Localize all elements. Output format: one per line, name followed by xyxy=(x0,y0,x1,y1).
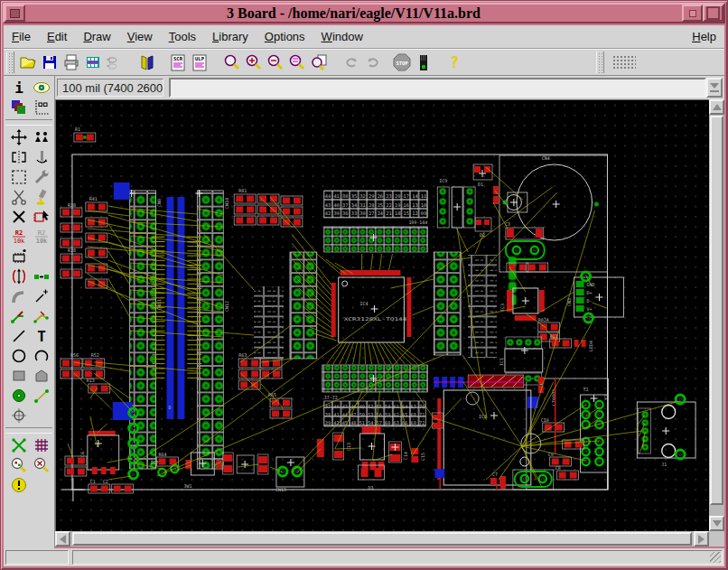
tool-add-button[interactable] xyxy=(30,207,52,227)
tool-arc-button[interactable] xyxy=(30,346,52,366)
tool-text-button[interactable]: T xyxy=(30,326,52,346)
stop-button[interactable]: STOP xyxy=(391,51,413,73)
toolbar-separator-grip[interactable] xyxy=(596,51,604,73)
zoom-select-button[interactable] xyxy=(286,51,308,73)
board-canvas[interactable]: R1 R38 R41 R28 R56 R52 R13 R63 R65 R81 xyxy=(56,100,710,532)
menu-file[interactable]: File xyxy=(4,27,39,46)
zoom-out-button[interactable] xyxy=(265,51,286,73)
zoom-in-button[interactable] xyxy=(243,51,265,73)
tool-mirror-button[interactable] xyxy=(7,147,30,167)
window-menu-button[interactable] xyxy=(5,5,25,22)
zoom-redraw-button[interactable] xyxy=(308,51,330,73)
run-script-button[interactable]: SCR xyxy=(167,51,189,73)
redo-button[interactable] xyxy=(362,51,384,73)
menu-window[interactable]: Window xyxy=(313,27,371,46)
tool-errlog-button[interactable] xyxy=(7,475,30,495)
tool-change-button[interactable] xyxy=(30,167,52,187)
traffic-light-icon xyxy=(415,53,433,71)
menu-help[interactable]: Help xyxy=(684,27,724,46)
switch-to-schematic-button[interactable] xyxy=(104,51,126,73)
save-button[interactable] xyxy=(39,51,61,73)
open-button[interactable] xyxy=(17,51,39,73)
menu-draw[interactable]: Draw xyxy=(75,27,118,46)
tool-errors-button[interactable] xyxy=(30,455,52,475)
tool-auto-button[interactable] xyxy=(30,435,52,455)
tool-paste-button[interactable] xyxy=(30,187,52,207)
library-button[interactable] xyxy=(136,51,158,73)
toolbar-grip[interactable] xyxy=(6,51,14,73)
scroll-up-button[interactable] xyxy=(709,99,724,115)
d-mark: D xyxy=(168,405,171,410)
help-button[interactable]: ? xyxy=(443,51,465,73)
horizontal-scrollbar[interactable] xyxy=(55,531,709,547)
board-canvas-area[interactable]: R1 R38 R41 R28 R56 R52 R13 R63 R65 R81 xyxy=(55,99,710,532)
vertical-scroll-thumb[interactable] xyxy=(710,116,723,505)
tool-optimize-button[interactable] xyxy=(30,266,52,286)
tool-miter-button[interactable] xyxy=(7,286,30,306)
cam-processor-button[interactable] xyxy=(82,51,104,73)
zoom-fit-button[interactable] xyxy=(221,51,243,73)
tool-value-button[interactable]: R210k xyxy=(30,227,52,247)
tool-group-button[interactable] xyxy=(7,167,30,187)
mirror-icon xyxy=(10,148,28,166)
pin-grid-mini-left[interactable] xyxy=(254,286,284,359)
title-bar[interactable]: 3 Board - /home/nari/eagle/V11/V11a.brd xyxy=(3,3,725,23)
tool-copy-button[interactable] xyxy=(30,127,52,147)
tool-cut-button[interactable] xyxy=(7,187,30,207)
scroll-right-button[interactable] xyxy=(694,531,709,547)
tool-name-button[interactable]: R210k xyxy=(7,227,30,247)
tool-delete-button[interactable] xyxy=(7,207,30,227)
tool-circle-button[interactable] xyxy=(7,346,30,366)
command-input[interactable] xyxy=(169,78,706,98)
tool-split-button[interactable] xyxy=(30,286,52,306)
svg-text:D3: D3 xyxy=(369,485,374,491)
tool-rotate-button[interactable] xyxy=(30,147,52,167)
menu-view[interactable]: View xyxy=(119,27,161,46)
toolbar-dock-handle[interactable] xyxy=(612,55,636,70)
dip-switch-row[interactable] xyxy=(434,375,524,388)
menu-options[interactable]: Options xyxy=(257,27,313,46)
airwire-comb-left xyxy=(153,236,165,380)
tool-wire-button[interactable] xyxy=(7,326,30,346)
maximize-button[interactable] xyxy=(703,5,723,22)
tool-polygon-button[interactable] xyxy=(30,366,52,386)
tool-route-button[interactable] xyxy=(7,306,30,326)
tool-drc-button[interactable] xyxy=(7,455,30,475)
stop-sign-icon: STOP xyxy=(392,52,412,72)
minimize-button[interactable] xyxy=(682,5,703,22)
svg-text:i: i xyxy=(14,79,23,97)
tool-info-button[interactable]: i xyxy=(7,78,30,98)
menu-library[interactable]: Library xyxy=(204,27,257,46)
pad-column-right[interactable] xyxy=(434,252,461,355)
status-bar xyxy=(4,548,724,566)
command-history-button[interactable] xyxy=(706,78,723,98)
menu-tools[interactable]: Tools xyxy=(161,27,204,46)
tool-hole-button[interactable] xyxy=(7,406,30,425)
vertical-scrollbar[interactable] xyxy=(709,99,724,531)
tool-smash-button[interactable] xyxy=(7,247,30,266)
undo-button[interactable] xyxy=(341,51,362,73)
horizontal-scroll-thumb[interactable] xyxy=(72,532,692,546)
rect-icon xyxy=(10,367,28,385)
tool-grid-button[interactable] xyxy=(30,98,52,117)
tool-display-button[interactable] xyxy=(7,98,30,117)
tool-pinswap-button[interactable] xyxy=(7,266,30,286)
tool-ripup-button[interactable] xyxy=(30,306,52,326)
palette-separator xyxy=(5,427,52,434)
pin-grid-mini-right[interactable] xyxy=(468,255,497,358)
tool-via-button[interactable] xyxy=(7,386,30,406)
print-button[interactable] xyxy=(61,51,82,73)
tool-ratsnest-button[interactable] xyxy=(7,435,30,455)
tool-move-button[interactable] xyxy=(7,127,30,147)
menu-edit[interactable]: Edit xyxy=(39,27,75,46)
tool-rect-button[interactable] xyxy=(7,366,30,386)
tool-signal-button[interactable] xyxy=(30,386,52,406)
resize-grip[interactable] xyxy=(710,552,721,563)
tool-show-button[interactable] xyxy=(30,78,52,98)
svg-text:C14: C14 xyxy=(403,452,408,460)
scroll-left-button[interactable] xyxy=(55,531,70,547)
scroll-down-button[interactable] xyxy=(709,516,724,531)
svg-text:C8: C8 xyxy=(555,465,561,471)
run-ulp-button[interactable]: ULP xyxy=(189,51,210,73)
traffic-light-button[interactable] xyxy=(413,51,434,73)
